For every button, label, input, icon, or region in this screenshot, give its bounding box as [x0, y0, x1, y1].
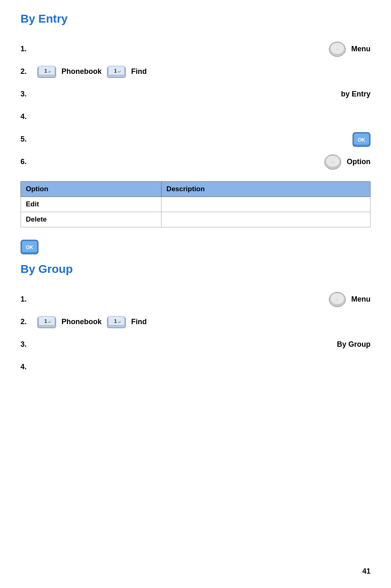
ok-button-icon-2: OK [20, 240, 39, 254]
svg-text:···: ··· [336, 48, 339, 51]
step-1-1: 1. ··· Menu [20, 38, 371, 60]
step-content: 1 ↵ Phonebook 1 ↵ Find [37, 65, 371, 79]
step-1-5: 5. OK [20, 128, 371, 151]
svg-text:1: 1 [44, 68, 47, 74]
table-header-description: Description [161, 182, 371, 197]
section2-title: By Group [20, 263, 371, 276]
step-number: 2. [20, 318, 37, 326]
step-bygroup-label: By Group [337, 340, 371, 349]
step-1-4: 4. [20, 105, 371, 128]
svg-text:↵: ↵ [118, 320, 121, 324]
step-content: OK [37, 132, 371, 147]
step-byentry-label: by Entry [341, 90, 371, 98]
step-option-label: Option [347, 158, 371, 166]
svg-text:↵: ↵ [48, 70, 52, 74]
table-header-option: Option [21, 182, 161, 197]
step-2-2: 2. 1 ↵ Phonebook [20, 311, 371, 333]
section1-title: By Entry [20, 12, 371, 25]
svg-text:↵: ↵ [48, 320, 52, 324]
table-row: Edit [21, 197, 371, 212]
softkey-icon-3: ··· [328, 291, 346, 309]
step-1-3: 3. by Entry [20, 83, 371, 105]
svg-text:↵: ↵ [118, 70, 121, 74]
svg-text:1: 1 [114, 68, 117, 74]
divider-ok: OK [20, 240, 371, 254]
step-right: ··· Menu [328, 40, 371, 58]
section-by-group: By Group 1. ··· Menu [20, 263, 371, 378]
svg-text:···: ··· [332, 160, 334, 164]
step-find-label-2: Find [131, 318, 147, 326]
step-number: 1. [20, 45, 37, 53]
key-btn-3: 1 ↵ [37, 315, 57, 329]
step-number: 4. [20, 112, 37, 121]
step-right: by Entry [341, 90, 371, 98]
step-right: OK [352, 132, 371, 147]
section1-steps: 1. ··· Menu [20, 38, 371, 173]
step-right: By Group [337, 340, 371, 349]
page-number: 41 [362, 567, 371, 576]
step-content: ··· Menu [37, 40, 371, 58]
step-number: 3. [20, 340, 37, 349]
step-right: ··· Menu [328, 291, 371, 309]
step-menu-label-2: Menu [351, 295, 371, 304]
step-number: 6. [20, 158, 37, 166]
step-content: ··· Menu [37, 291, 371, 309]
step-content: 1 ↵ Phonebook 1 ↵ Find [37, 315, 371, 329]
table-cell-delete: Delete [21, 212, 161, 227]
table-cell-delete-desc [161, 212, 371, 227]
step-content: by Entry [37, 90, 371, 98]
key-btn-1: 1 ↵ [37, 65, 57, 79]
step-2-1: 1. ··· Menu [20, 288, 371, 311]
svg-text:OK: OK [26, 245, 33, 250]
svg-text:···: ··· [336, 298, 339, 302]
step-menu-label: Menu [351, 45, 371, 53]
step-number: 4. [20, 363, 37, 371]
softkey2-icon: ··· [324, 153, 342, 171]
step-1-6: 6. ··· Option [20, 151, 371, 173]
svg-text:1: 1 [44, 318, 47, 324]
key-btn-2: 1 ↵ [107, 65, 126, 79]
option-table: Option Description Edit Delete [20, 181, 371, 227]
svg-text:OK: OK [358, 137, 365, 143]
section2-steps: 1. ··· Menu [20, 288, 371, 378]
step-2-3: 3. By Group [20, 333, 371, 356]
table-cell-edit: Edit [21, 197, 161, 212]
step-phonebook-label: Phonebook [61, 67, 102, 76]
step-find-label: Find [131, 67, 147, 76]
step-phonebook-label-2: Phonebook [61, 318, 102, 326]
step-number: 3. [20, 90, 37, 98]
step-number: 1. [20, 295, 37, 304]
step-2-4: 4. [20, 356, 371, 378]
table-row: Delete [21, 212, 371, 227]
table-cell-edit-desc [161, 197, 371, 212]
ok-button-icon: OK [352, 132, 371, 147]
step-number: 5. [20, 135, 37, 144]
section-by-entry: By Entry 1. ··· Menu [20, 12, 371, 254]
step-number: 2. [20, 67, 37, 76]
svg-text:1: 1 [114, 318, 117, 324]
step-right: ··· Option [324, 153, 371, 171]
step-content: ··· Option [37, 153, 371, 171]
step-1-2: 2. 1 ↵ Phonebook [20, 60, 371, 83]
softkey-icon: ··· [328, 40, 346, 58]
key-btn-4: 1 ↵ [107, 315, 126, 329]
step-content: By Group [37, 340, 371, 349]
